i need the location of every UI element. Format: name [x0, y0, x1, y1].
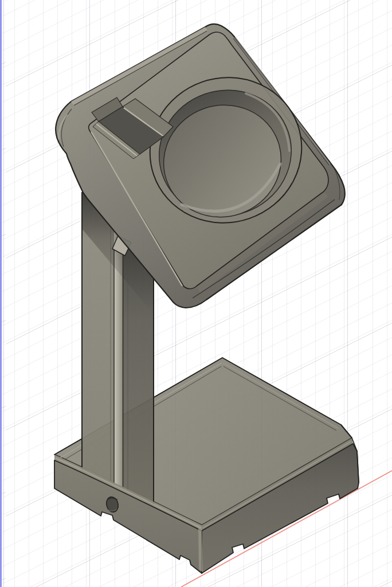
model-canvas — [0, 0, 392, 587]
cad-viewport[interactable] — [0, 0, 392, 587]
